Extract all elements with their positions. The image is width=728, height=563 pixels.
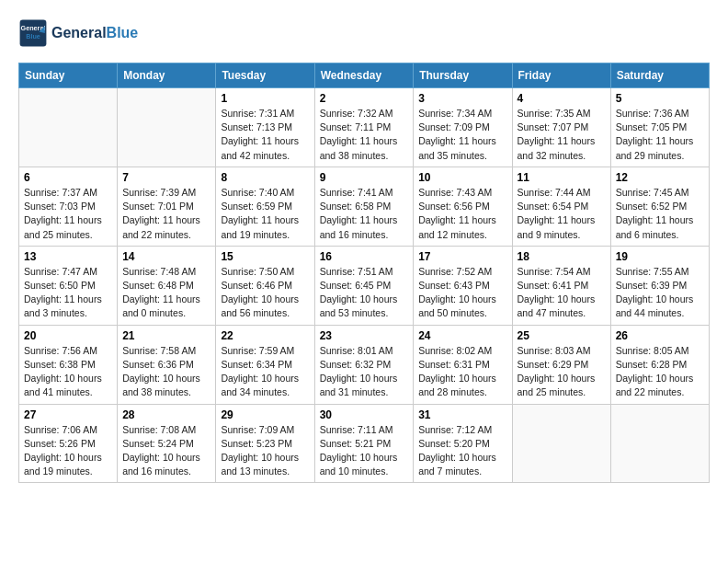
day-info: Sunrise: 7:41 AM Sunset: 6:58 PM Dayligh… <box>320 186 409 242</box>
day-number: 23 <box>320 329 409 342</box>
day-info: Sunrise: 8:02 AM Sunset: 6:31 PM Dayligh… <box>418 344 506 400</box>
day-number: 31 <box>418 408 506 421</box>
weekday-header: Tuesday <box>216 63 314 88</box>
day-number: 30 <box>320 408 409 421</box>
calendar-cell: 2Sunrise: 7:32 AM Sunset: 7:11 PM Daylig… <box>314 88 414 167</box>
day-info: Sunrise: 7:37 AM Sunset: 7:03 PM Dayligh… <box>24 186 112 242</box>
day-number: 7 <box>122 171 210 184</box>
day-info: Sunrise: 7:43 AM Sunset: 6:56 PM Dayligh… <box>418 186 506 242</box>
weekday-header: Wednesday <box>314 63 414 88</box>
calendar-week: 27Sunrise: 7:06 AM Sunset: 5:26 PM Dayli… <box>19 404 710 483</box>
calendar-cell: 28Sunrise: 7:08 AM Sunset: 5:24 PM Dayli… <box>118 404 216 483</box>
calendar-cell: 6Sunrise: 7:37 AM Sunset: 7:03 PM Daylig… <box>19 167 118 246</box>
day-number: 17 <box>418 250 506 263</box>
calendar-cell: 20Sunrise: 7:56 AM Sunset: 6:38 PM Dayli… <box>19 325 118 404</box>
day-info: Sunrise: 8:01 AM Sunset: 6:32 PM Dayligh… <box>320 344 409 400</box>
calendar-cell: 16Sunrise: 7:51 AM Sunset: 6:45 PM Dayli… <box>314 246 414 325</box>
day-info: Sunrise: 7:52 AM Sunset: 6:43 PM Dayligh… <box>418 265 506 321</box>
day-info: Sunrise: 7:48 AM Sunset: 6:48 PM Dayligh… <box>122 265 210 321</box>
day-info: Sunrise: 7:55 AM Sunset: 6:39 PM Dayligh… <box>616 265 704 321</box>
calendar-cell: 4Sunrise: 7:35 AM Sunset: 7:07 PM Daylig… <box>512 88 610 167</box>
day-number: 21 <box>122 329 210 342</box>
day-number: 5 <box>616 92 704 105</box>
day-number: 14 <box>122 250 210 263</box>
day-number: 13 <box>24 250 112 263</box>
day-number: 22 <box>221 329 309 342</box>
day-info: Sunrise: 7:51 AM Sunset: 6:45 PM Dayligh… <box>320 265 409 321</box>
calendar-cell: 29Sunrise: 7:09 AM Sunset: 5:23 PM Dayli… <box>216 404 314 483</box>
calendar-cell: 27Sunrise: 7:06 AM Sunset: 5:26 PM Dayli… <box>19 404 118 483</box>
calendar-cell: 23Sunrise: 8:01 AM Sunset: 6:32 PM Dayli… <box>314 325 414 404</box>
calendar-week: 20Sunrise: 7:56 AM Sunset: 6:38 PM Dayli… <box>19 325 710 404</box>
day-number: 8 <box>221 171 309 184</box>
day-info: Sunrise: 7:31 AM Sunset: 7:13 PM Dayligh… <box>221 107 309 163</box>
calendar-cell: 5Sunrise: 7:36 AM Sunset: 7:05 PM Daylig… <box>610 88 709 167</box>
calendar-week: 6Sunrise: 7:37 AM Sunset: 7:03 PM Daylig… <box>19 167 710 246</box>
day-number: 10 <box>418 171 506 184</box>
calendar-cell: 25Sunrise: 8:03 AM Sunset: 6:29 PM Dayli… <box>512 325 610 404</box>
day-info: Sunrise: 7:06 AM Sunset: 5:26 PM Dayligh… <box>24 423 112 479</box>
day-info: Sunrise: 7:34 AM Sunset: 7:09 PM Dayligh… <box>418 107 506 163</box>
calendar-cell: 31Sunrise: 7:12 AM Sunset: 5:20 PM Dayli… <box>414 404 512 483</box>
page-header: General Blue GeneralBlue <box>18 18 710 48</box>
calendar-cell: 14Sunrise: 7:48 AM Sunset: 6:48 PM Dayli… <box>118 246 216 325</box>
day-number: 6 <box>24 171 112 184</box>
calendar-week: 13Sunrise: 7:47 AM Sunset: 6:50 PM Dayli… <box>19 246 710 325</box>
day-number: 18 <box>518 250 606 263</box>
day-number: 2 <box>320 92 409 105</box>
day-number: 3 <box>418 92 506 105</box>
calendar-cell: 10Sunrise: 7:43 AM Sunset: 6:56 PM Dayli… <box>414 167 512 246</box>
calendar-cell: 12Sunrise: 7:45 AM Sunset: 6:52 PM Dayli… <box>610 167 709 246</box>
calendar-cell <box>118 88 216 167</box>
day-info: Sunrise: 7:11 AM Sunset: 5:21 PM Dayligh… <box>320 423 409 479</box>
weekday-header: Thursday <box>414 63 512 88</box>
calendar-cell: 3Sunrise: 7:34 AM Sunset: 7:09 PM Daylig… <box>414 88 512 167</box>
logo-icon: General Blue <box>18 18 48 48</box>
day-info: Sunrise: 7:09 AM Sunset: 5:23 PM Dayligh… <box>221 423 309 479</box>
calendar-table: SundayMondayTuesdayWednesdayThursdayFrid… <box>18 63 710 483</box>
day-info: Sunrise: 7:39 AM Sunset: 7:01 PM Dayligh… <box>122 186 210 242</box>
logo: General Blue GeneralBlue <box>18 18 138 48</box>
day-number: 25 <box>518 329 606 342</box>
calendar-cell: 8Sunrise: 7:40 AM Sunset: 6:59 PM Daylig… <box>216 167 314 246</box>
calendar-cell: 26Sunrise: 8:05 AM Sunset: 6:28 PM Dayli… <box>610 325 709 404</box>
weekday-header: Friday <box>512 63 610 88</box>
calendar-cell: 15Sunrise: 7:50 AM Sunset: 6:46 PM Dayli… <box>216 246 314 325</box>
calendar-cell <box>512 404 610 483</box>
calendar-cell: 13Sunrise: 7:47 AM Sunset: 6:50 PM Dayli… <box>19 246 118 325</box>
weekday-header: Sunday <box>19 63 118 88</box>
calendar-week: 1Sunrise: 7:31 AM Sunset: 7:13 PM Daylig… <box>19 88 710 167</box>
day-info: Sunrise: 7:35 AM Sunset: 7:07 PM Dayligh… <box>518 107 606 163</box>
calendar-cell: 7Sunrise: 7:39 AM Sunset: 7:01 PM Daylig… <box>118 167 216 246</box>
day-info: Sunrise: 7:59 AM Sunset: 6:34 PM Dayligh… <box>221 344 309 400</box>
day-number: 15 <box>221 250 309 263</box>
logo-text: GeneralBlue <box>51 24 138 41</box>
day-number: 20 <box>24 329 112 342</box>
day-info: Sunrise: 7:58 AM Sunset: 6:36 PM Dayligh… <box>122 344 210 400</box>
weekday-header: Saturday <box>610 63 709 88</box>
day-number: 27 <box>24 408 112 421</box>
day-number: 16 <box>320 250 409 263</box>
day-info: Sunrise: 7:56 AM Sunset: 6:38 PM Dayligh… <box>24 344 112 400</box>
calendar-cell: 22Sunrise: 7:59 AM Sunset: 6:34 PM Dayli… <box>216 325 314 404</box>
calendar-cell: 9Sunrise: 7:41 AM Sunset: 6:58 PM Daylig… <box>314 167 414 246</box>
day-number: 26 <box>616 329 704 342</box>
day-info: Sunrise: 7:12 AM Sunset: 5:20 PM Dayligh… <box>418 423 506 479</box>
day-number: 24 <box>418 329 506 342</box>
day-info: Sunrise: 7:44 AM Sunset: 6:54 PM Dayligh… <box>518 186 606 242</box>
calendar-cell: 17Sunrise: 7:52 AM Sunset: 6:43 PM Dayli… <box>414 246 512 325</box>
calendar-cell: 11Sunrise: 7:44 AM Sunset: 6:54 PM Dayli… <box>512 167 610 246</box>
day-info: Sunrise: 7:36 AM Sunset: 7:05 PM Dayligh… <box>616 107 704 163</box>
day-info: Sunrise: 7:08 AM Sunset: 5:24 PM Dayligh… <box>122 423 210 479</box>
day-info: Sunrise: 7:47 AM Sunset: 6:50 PM Dayligh… <box>24 265 112 321</box>
day-info: Sunrise: 7:40 AM Sunset: 6:59 PM Dayligh… <box>221 186 309 242</box>
calendar-cell: 18Sunrise: 7:54 AM Sunset: 6:41 PM Dayli… <box>512 246 610 325</box>
weekday-header: Monday <box>118 63 216 88</box>
day-info: Sunrise: 7:45 AM Sunset: 6:52 PM Dayligh… <box>616 186 704 242</box>
svg-text:Blue: Blue <box>26 32 40 40</box>
day-number: 11 <box>518 171 606 184</box>
calendar-cell: 21Sunrise: 7:58 AM Sunset: 6:36 PM Dayli… <box>118 325 216 404</box>
day-info: Sunrise: 8:03 AM Sunset: 6:29 PM Dayligh… <box>518 344 606 400</box>
day-info: Sunrise: 7:50 AM Sunset: 6:46 PM Dayligh… <box>221 265 309 321</box>
calendar-cell <box>610 404 709 483</box>
